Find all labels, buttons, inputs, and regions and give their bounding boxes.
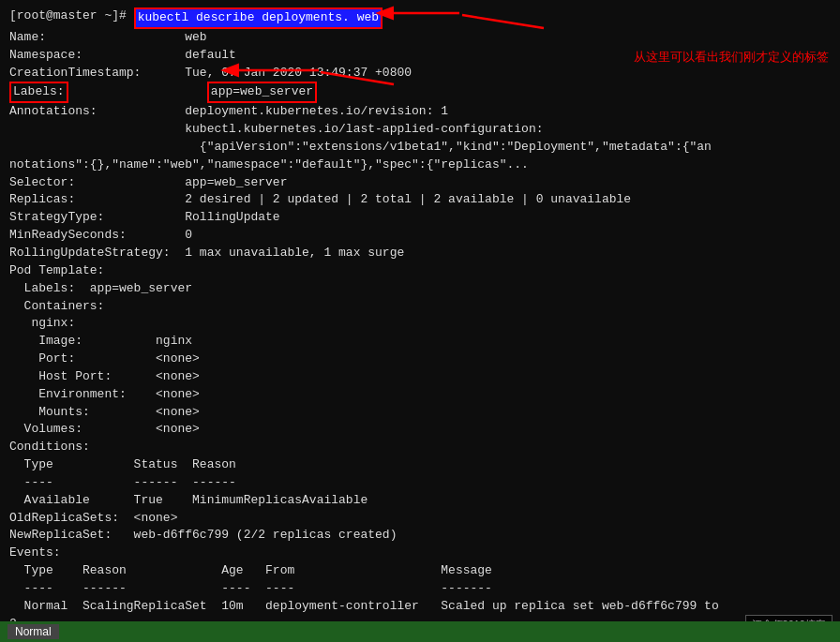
terminal-line-8: {"apiVersion":"extensions/v1beta1","kind… <box>9 139 831 157</box>
status-bar: Normal <box>0 621 840 642</box>
terminal-window: [root@master ~]# kubectl describe deploy… <box>0 0 840 642</box>
terminal-line-28: Available True MinimumReplicasAvailable <box>9 492 831 510</box>
terminal-line-27: ---- ------ ------ <box>9 474 831 492</box>
terminal-line-20: Port: <none> <box>9 351 831 368</box>
terminal-line-2: Name: web <box>9 29 831 47</box>
terminal-line-24: Volumes: <none> <box>9 421 831 439</box>
terminal-line-31: Events: <box>9 545 831 562</box>
terminal-line-22: Environment: <none> <box>9 386 831 404</box>
labels-key: Labels: <box>9 82 68 103</box>
labels-value: app=web_server <box>207 82 317 103</box>
terminal-line-11: Replicas: 2 desired | 2 updated | 2 tota… <box>9 191 831 209</box>
terminal-line-labels: Labels: app=web_server <box>9 82 831 103</box>
terminal-line-18: nginx: <box>9 315 831 333</box>
terminal-line-26: Type Status Reason <box>9 456 831 474</box>
prompt: [root@master ~]# <box>9 7 134 25</box>
terminal-line-1: [root@master ~]# kubectl describe deploy… <box>9 7 831 29</box>
terminal-line-9: notations":{},"name":"web","namespace":"… <box>9 157 831 174</box>
terminal-line-10: Selector: app=web_server <box>9 174 831 192</box>
terminal-line-33: ---- ------ ---- ---- ------- <box>9 580 831 598</box>
terminal-line-29: OldReplicaSets: <none> <box>9 510 831 528</box>
terminal-line-23: Mounts: <none> <box>9 404 831 422</box>
terminal-line-12: StrategyType: RollingUpdate <box>9 209 831 227</box>
terminal-line-14: RollingUpdateStrategy: 1 max unavailable… <box>9 245 831 262</box>
terminal-line-21: Host Port: <none> <box>9 368 831 386</box>
terminal-line-25: Conditions: <box>9 439 831 456</box>
annotation-label: 从这里可以看出我们刚才定义的标签 <box>634 49 829 66</box>
terminal-line-16: Labels: app=web_server <box>9 280 831 298</box>
terminal-line-34: Normal ScalingReplicaSet 10m deployment-… <box>9 598 831 616</box>
editor-mode-badge: Normal <box>8 624 59 639</box>
command-highlight: kubectl describe deployments. web <box>134 7 382 29</box>
terminal-line-7: kubectl.kubernetes.io/last-applied-confi… <box>9 121 831 139</box>
terminal-line-17: Containers: <box>9 298 831 316</box>
terminal-line-15: Pod Template: <box>9 262 831 280</box>
terminal-line-6: Annotations: deployment.kubernetes.io/re… <box>9 103 831 121</box>
terminal-line-4: CreationTimestamp: Tue, 07 Jan 2020 13:4… <box>9 65 831 82</box>
terminal-line-19: Image: nginx <box>9 333 831 351</box>
terminal-line-30: NewReplicaSet: web-d6ff6c799 (2/2 replic… <box>9 527 831 545</box>
terminal-line-32: Type Reason Age From Message <box>9 562 831 580</box>
terminal-line-13: MinReadySeconds: 0 <box>9 227 831 245</box>
